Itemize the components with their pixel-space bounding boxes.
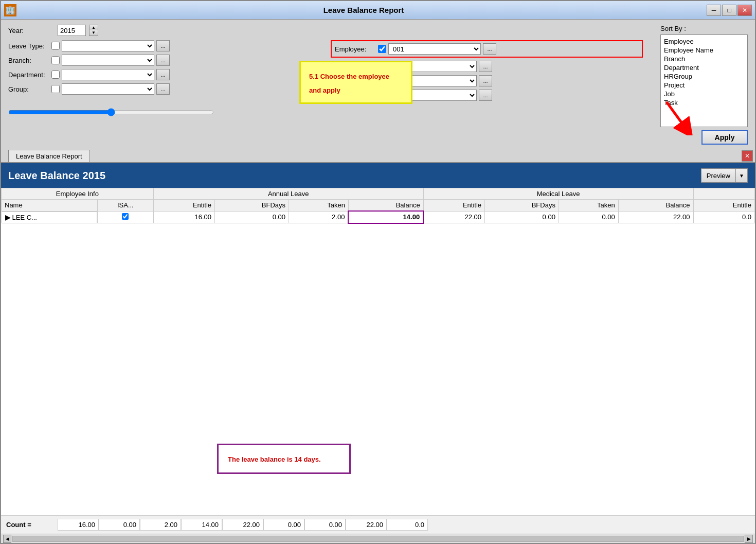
apply-button[interactable]: Apply <box>701 130 748 145</box>
count-label: Count = <box>6 521 52 529</box>
task-dots-button[interactable]: ... <box>479 90 492 101</box>
count-entitle3: 0.0 <box>387 519 428 531</box>
report-title: Leave Balance 2015 <box>8 170 105 182</box>
annotation-yellow: 5.1 Choose the employee and apply <box>299 61 412 104</box>
preview-label[interactable]: Preview <box>701 169 736 182</box>
branch-dropdown[interactable] <box>62 55 154 66</box>
department-dots-button[interactable]: ... <box>156 69 170 80</box>
scroll-thumb[interactable] <box>12 536 744 542</box>
employee-dots-button[interactable]: ... <box>483 43 496 55</box>
count-taken1: 2.00 <box>140 519 181 531</box>
row-indicator: ▶ LEE C... <box>2 212 97 223</box>
row-balance2: 22.00 <box>618 211 693 223</box>
count-balance2: 22.00 <box>346 519 387 531</box>
branch-label: Branch: <box>8 57 49 64</box>
leave-type-label: Leave Type: <box>8 42 49 50</box>
project-dots-button[interactable]: ... <box>479 61 492 72</box>
year-label: Year: <box>8 27 55 34</box>
extra-col-header <box>693 188 754 200</box>
year-spinner: ▲ ▼ <box>89 25 98 36</box>
year-spin-down[interactable]: ▼ <box>89 30 98 36</box>
sortby-hrgroup[interactable]: HRGroup <box>663 72 745 81</box>
report-header: Leave Balance 2015 Preview ▼ <box>1 163 755 188</box>
maximize-button[interactable]: □ <box>722 5 736 16</box>
row-entitle1: 16.00 <box>153 211 214 223</box>
report-tab[interactable]: Leave Balance Report <box>8 150 90 162</box>
sortby-department[interactable]: Department <box>663 63 745 72</box>
row-bfdays2: 0.00 <box>485 211 559 223</box>
group-dropdown[interactable] <box>62 83 154 95</box>
window-title: Leave Balance Report <box>21 6 707 14</box>
report-table-wrapper: Employee Info Annual Leave Medical Leave… <box>1 188 755 515</box>
row-isa-checkbox[interactable] <box>122 213 129 220</box>
sortby-employee[interactable]: Employee <box>663 37 745 46</box>
row-entitle3: 0.0 <box>693 211 754 223</box>
leave-type-row: Leave Type: ... <box>8 40 320 51</box>
col-balance2: Balance <box>618 200 693 212</box>
count-bar: Count = 16.00 0.00 2.00 14.00 22.00 0.00… <box>1 515 755 534</box>
minimize-button[interactable]: ─ <box>707 5 721 16</box>
year-spin-up[interactable]: ▲ <box>89 25 98 30</box>
title-bar: 🏢 Leave Balance Report ─ □ ✕ <box>1 1 755 20</box>
department-dropdown[interactable] <box>62 69 154 80</box>
leave-type-dots-button[interactable]: ... <box>156 40 170 51</box>
department-checkbox[interactable] <box>51 71 60 79</box>
preview-dropdown-icon[interactable]: ▼ <box>736 169 747 182</box>
col-entitle3: Entitle <box>693 200 754 212</box>
branch-checkbox[interactable] <box>51 56 60 64</box>
row-balance1: 14.00 <box>348 211 423 223</box>
row-bfdays1: 0.00 <box>215 211 289 223</box>
scroll-left-button[interactable]: ◀ <box>3 535 11 543</box>
tab-close-button[interactable]: ✕ <box>742 150 753 162</box>
group-checkbox[interactable] <box>51 85 60 93</box>
col-name: Name <box>2 200 98 212</box>
col-balance1: Balance <box>348 200 423 212</box>
count-bfdays1: 0.00 <box>99 519 140 531</box>
row-isa <box>97 211 153 223</box>
employee-checkbox[interactable] <box>378 45 386 53</box>
tab-bar: Leave Balance Report ✕ <box>1 150 755 163</box>
job-dots-button[interactable]: ... <box>479 75 492 86</box>
year-input[interactable] <box>58 25 86 36</box>
annual-leave-group-header: Annual Leave <box>153 188 423 200</box>
sortby-job[interactable]: Job <box>663 90 745 98</box>
branch-row: Branch: ... <box>8 55 320 66</box>
sortby-employee-name[interactable]: Employee Name <box>663 46 745 55</box>
emp-info-group-header: Employee Info <box>2 188 154 200</box>
row-arrow-icon: ▶ <box>5 214 10 221</box>
preview-button[interactable]: Preview ▼ <box>701 168 748 183</box>
row-taken2: 0.00 <box>559 211 618 223</box>
scroll-right-button[interactable]: ▶ <box>745 535 753 543</box>
branch-dots-button[interactable]: ... <box>156 55 170 66</box>
close-button[interactable]: ✕ <box>737 5 752 16</box>
employee-dropdown[interactable]: 001 <box>388 43 481 55</box>
group-label: Group: <box>8 85 49 93</box>
window-controls: ─ □ ✕ <box>707 5 752 16</box>
sortby-branch[interactable]: Branch <box>663 55 745 63</box>
leave-type-checkbox[interactable] <box>51 42 60 50</box>
red-arrow-icon <box>656 99 703 135</box>
leave-type-dropdown[interactable] <box>62 40 154 51</box>
col-bfdays1: BFDays <box>215 200 289 212</box>
row-taken1: 2.00 <box>289 211 349 223</box>
slider[interactable] <box>8 108 214 116</box>
col-entitle1: Entitle <box>153 200 214 212</box>
medical-leave-group-header: Medical Leave <box>423 188 693 200</box>
horizontal-scrollbar[interactable]: ◀ ▶ <box>1 534 755 543</box>
app-icon: 🏢 <box>4 4 16 16</box>
employee-label: Employee: <box>335 45 376 53</box>
department-row: Department: ... <box>8 69 320 80</box>
col-taken1: Taken <box>289 200 349 212</box>
table-row: ▶ LEE C... 16.00 0.00 2.00 14.00 22.00 0… <box>2 211 755 223</box>
report-table: Employee Info Annual Leave Medical Leave… <box>1 188 755 224</box>
count-cells: 16.00 0.00 2.00 14.00 22.00 0.00 0.00 22… <box>58 519 428 531</box>
col-isa: ISA... <box>97 200 153 212</box>
filter-sort-area: Year: ▲ ▼ Leave Type: <box>1 20 755 150</box>
group-dots-button[interactable]: ... <box>156 83 170 95</box>
count-balance1: 14.00 <box>181 519 222 531</box>
row-name: LEE C... <box>12 214 37 221</box>
sortby-section: Sort By : Employee Employee Name Branch … <box>660 25 748 145</box>
sortby-project[interactable]: Project <box>663 81 745 90</box>
apply-area: Apply <box>660 130 748 145</box>
annotation-purple: The leave balance is 14 days. <box>217 444 351 474</box>
